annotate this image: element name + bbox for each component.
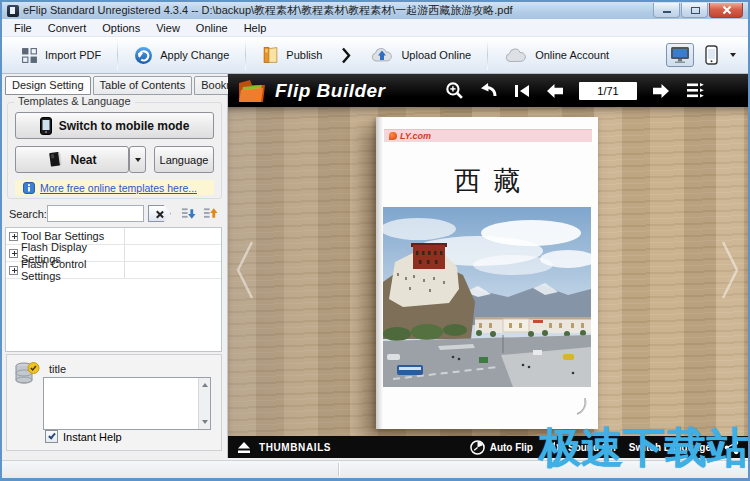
instant-help-row: Instant Help bbox=[45, 430, 122, 443]
prev-page-icon[interactable] bbox=[546, 82, 564, 100]
clear-search-button[interactable] bbox=[148, 205, 171, 222]
maximize-icon bbox=[691, 7, 700, 14]
tree-row-flash-control-settings[interactable]: Flash Control Settings bbox=[6, 262, 221, 279]
page-curl-icon bbox=[575, 396, 589, 416]
apply-change-button[interactable]: Apply Change bbox=[121, 41, 242, 70]
tree-cell: Flash Control Settings bbox=[6, 262, 125, 278]
scroll-up-icon[interactable] bbox=[202, 383, 208, 387]
language-label: Language bbox=[160, 154, 209, 166]
cover-photo-potala-palace bbox=[383, 207, 591, 387]
menu-convert[interactable]: Convert bbox=[40, 20, 95, 36]
undo-icon[interactable] bbox=[479, 82, 498, 100]
instant-help-checkbox[interactable] bbox=[45, 430, 58, 443]
upload-online-label: Upload Online bbox=[401, 49, 471, 61]
sidebar: Design Setting Table of Contents Bookmar… bbox=[2, 74, 228, 458]
menu-online[interactable]: Online bbox=[188, 20, 236, 36]
import-pdf-label: Import PDF bbox=[45, 49, 101, 61]
first-page-icon[interactable] bbox=[513, 82, 531, 100]
titlebar: eFlip Standard Unregistered 4.3.4 -- D:\… bbox=[2, 2, 748, 19]
app-icon bbox=[7, 5, 19, 17]
scroll-down-icon[interactable] bbox=[202, 420, 208, 424]
search-row: Search: bbox=[9, 205, 222, 223]
auto-flip-button[interactable]: Auto Flip bbox=[470, 440, 533, 455]
title-field-label: title bbox=[49, 363, 66, 375]
flipbook-preview: Flip Builder 1/71 LY.com bbox=[228, 74, 748, 458]
tree-label: Flash Control Settings bbox=[21, 258, 124, 282]
app-window: eFlip Standard Unregistered 4.3.4 -- D:\… bbox=[0, 0, 750, 481]
language-button[interactable]: Language bbox=[154, 146, 214, 173]
publish-label: Publish bbox=[286, 49, 322, 61]
main-area: Design Setting Table of Contents Bookmar… bbox=[2, 74, 748, 458]
page-indicator-input[interactable]: 1/71 bbox=[579, 82, 637, 100]
expand-icon[interactable] bbox=[9, 249, 18, 258]
menu-options[interactable]: Options bbox=[94, 20, 148, 36]
publish-button[interactable]: Publish bbox=[249, 41, 335, 69]
template-select-button[interactable]: Neat bbox=[15, 146, 129, 173]
template-dropdown-button[interactable] bbox=[129, 146, 146, 173]
thumbnails-label: THUMBNAILS bbox=[259, 442, 331, 453]
auto-flip-clock-icon bbox=[470, 440, 485, 455]
minimize-button[interactable] bbox=[653, 3, 680, 18]
title-property-box: title Instant Help bbox=[6, 354, 222, 451]
toolbar-separator bbox=[245, 40, 246, 70]
window-title: eFlip Standard Unregistered 4.3.4 -- D:\… bbox=[23, 3, 513, 18]
expand-icon[interactable] bbox=[9, 232, 18, 241]
apply-change-label: Apply Change bbox=[160, 49, 229, 61]
device-dropdown-icon[interactable] bbox=[730, 53, 736, 57]
menu-view[interactable]: View bbox=[148, 20, 188, 36]
dropdown-icon bbox=[135, 158, 141, 162]
brand-text: LY.com bbox=[400, 131, 431, 141]
minimize-icon bbox=[663, 11, 671, 13]
search-label: Search: bbox=[9, 208, 47, 220]
import-pdf-button[interactable]: Import PDF bbox=[8, 42, 114, 69]
import-pdf-icon bbox=[21, 47, 38, 64]
info-icon bbox=[23, 182, 35, 194]
preview-nav-icons: 1/71 bbox=[445, 81, 705, 100]
publish-icon bbox=[262, 46, 279, 64]
online-account-button[interactable]: Online Account bbox=[491, 42, 622, 69]
toolbar: Import PDF Apply Change Publish Upload O… bbox=[2, 37, 748, 74]
toc-icon[interactable] bbox=[685, 81, 705, 100]
export-settings-icon[interactable] bbox=[203, 206, 218, 221]
preview-top-bar: Flip Builder 1/71 bbox=[228, 74, 748, 107]
book-icon bbox=[47, 151, 63, 168]
toolbar-separator bbox=[117, 40, 118, 70]
menu-help[interactable]: Help bbox=[236, 20, 275, 36]
thumbnails-button[interactable]: THUMBNAILS bbox=[237, 441, 331, 454]
page-left-arrow[interactable] bbox=[234, 239, 256, 301]
switch-mobile-mode-button[interactable]: Switch to mobile mode bbox=[15, 112, 214, 139]
book-cover[interactable]: LY.com 西藏 bbox=[376, 117, 598, 429]
next-page-icon[interactable] bbox=[652, 82, 670, 100]
toolbar-separator bbox=[487, 40, 488, 70]
phone-mode-button[interactable] bbox=[697, 43, 725, 67]
textarea-scrollbar[interactable] bbox=[198, 378, 210, 429]
zoom-icon[interactable] bbox=[445, 81, 464, 100]
window-controls bbox=[652, 3, 743, 18]
more-templates-link[interactable]: More free online templates here... bbox=[40, 182, 197, 194]
tab-design-setting[interactable]: Design Setting bbox=[5, 76, 91, 95]
import-settings-icon[interactable] bbox=[181, 206, 196, 221]
switch-mobile-mode-label: Switch to mobile mode bbox=[59, 119, 190, 133]
upload-online-button[interactable]: Upload Online bbox=[357, 42, 484, 69]
title-textarea[interactable] bbox=[43, 377, 211, 430]
templates-link-bar: More free online templates here... bbox=[15, 180, 214, 195]
maximize-button[interactable] bbox=[681, 3, 708, 18]
preview-stage: LY.com 西藏 bbox=[228, 107, 748, 436]
status-divider bbox=[338, 463, 339, 476]
expand-icon[interactable] bbox=[9, 266, 18, 275]
online-account-label: Online Account bbox=[535, 49, 609, 61]
page-right-arrow[interactable] bbox=[719, 239, 741, 301]
desktop-mode-button[interactable] bbox=[666, 43, 694, 67]
brand-flower-icon bbox=[389, 132, 397, 140]
template-name-label: Neat bbox=[70, 153, 96, 167]
search-input[interactable] bbox=[47, 205, 144, 222]
menu-file[interactable]: File bbox=[6, 20, 40, 36]
close-icon bbox=[723, 6, 731, 14]
close-button[interactable] bbox=[709, 3, 743, 18]
flip-builder-logo-icon bbox=[237, 78, 267, 104]
account-cloud-icon bbox=[504, 47, 528, 64]
tab-table-of-contents[interactable]: Table of Contents bbox=[93, 76, 193, 95]
database-check-icon bbox=[14, 361, 40, 388]
upload-cloud-icon bbox=[370, 47, 394, 64]
monitor-icon bbox=[670, 46, 690, 64]
